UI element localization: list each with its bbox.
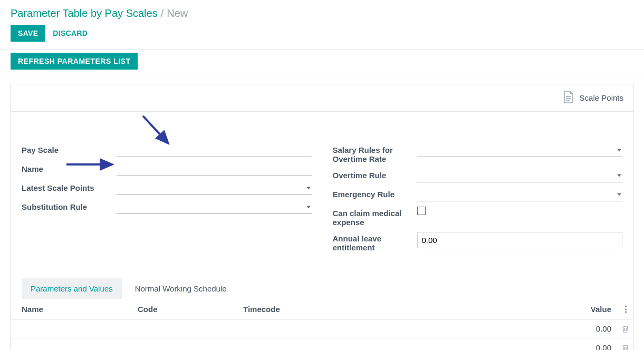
cell-timecode[interactable]: [233, 338, 559, 351]
pay-scale-input[interactable]: [117, 143, 312, 157]
col-code[interactable]: Code: [127, 299, 233, 319]
breadcrumb-root[interactable]: Parameter Table by Pay Scales: [11, 7, 158, 20]
discard-button[interactable]: DISCARD: [53, 25, 88, 42]
latest-scale-points-select[interactable]: [117, 181, 312, 195]
pay-scale-label: Pay Scale: [22, 143, 117, 154]
salary-rules-select[interactable]: [417, 143, 623, 157]
annual-leave-label: Annual leave entitlement: [333, 232, 417, 252]
save-button[interactable]: SAVE: [11, 25, 45, 42]
table-row[interactable]: 0.00: [11, 338, 633, 351]
trash-icon[interactable]: [622, 325, 630, 333]
svg-line-3: [143, 116, 168, 143]
tab-normal-working-schedule[interactable]: Normal Working Schedule: [126, 278, 236, 299]
cell-code[interactable]: [127, 319, 233, 338]
emergency-rule-select[interactable]: [417, 188, 623, 201]
scale-points-label: Scale Points: [580, 93, 623, 102]
trash-icon[interactable]: [622, 344, 630, 351]
col-timecode[interactable]: Timecode: [233, 299, 559, 319]
cell-name[interactable]: [11, 319, 127, 338]
tab-parameters-values[interactable]: Parameters and Values: [22, 278, 122, 299]
substitution-rule-select[interactable]: [117, 200, 312, 214]
breadcrumb: Parameter Table by Pay Scales / New: [11, 7, 633, 20]
col-value[interactable]: Value: [559, 299, 622, 319]
name-label: Name: [22, 162, 117, 173]
cell-value[interactable]: 0.00: [559, 338, 622, 351]
columns-menu-icon[interactable]: ⋮: [622, 299, 633, 319]
overtime-rule-label: Overtime Rule: [333, 169, 417, 180]
scale-points-button[interactable]: Scale Points: [553, 84, 633, 111]
breadcrumb-current: New: [167, 7, 188, 20]
can-claim-medical-label: Can claim medical expense: [333, 207, 417, 227]
cell-timecode[interactable]: [233, 319, 559, 338]
annual-leave-input[interactable]: [417, 232, 623, 248]
table-row[interactable]: 0.00: [11, 319, 633, 338]
name-input[interactable]: [117, 162, 312, 176]
can-claim-medical-checkbox[interactable]: [417, 207, 426, 215]
substitution-rule-label: Substitution Rule: [22, 200, 117, 211]
col-name[interactable]: Name: [11, 299, 127, 319]
emergency-rule-label: Emergency Rule: [333, 188, 417, 199]
breadcrumb-sep: /: [161, 7, 164, 20]
cell-name[interactable]: [11, 338, 127, 351]
salary-rules-label: Salary Rules for Overtime Rate: [333, 143, 417, 163]
document-icon: [563, 90, 574, 105]
cell-value[interactable]: 0.00: [559, 319, 622, 338]
overtime-rule-select[interactable]: [417, 169, 623, 182]
cell-code[interactable]: [127, 338, 233, 351]
latest-scale-points-label: Latest Scale Points: [22, 181, 117, 192]
refresh-parameters-button[interactable]: REFRESH PARAMETERS LIST: [11, 53, 138, 70]
